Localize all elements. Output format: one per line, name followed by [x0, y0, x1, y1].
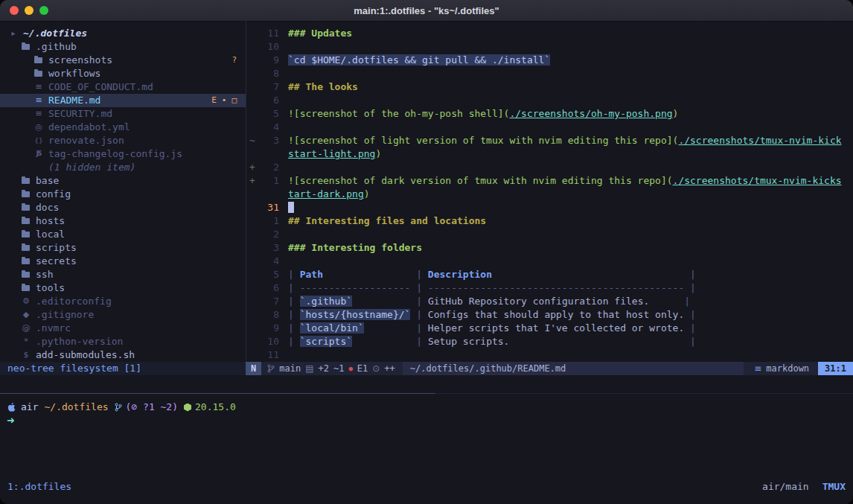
statusline-errors: E1	[357, 362, 368, 375]
statusline-flags: ++	[384, 362, 394, 375]
editor-line[interactable]: 8| `hosts/{hostname}/` | Configs that sh…	[246, 308, 853, 322]
editor-line[interactable]: 5![screenshot of the oh-my-posh shell](.…	[246, 107, 853, 121]
line-text: tart-dark.png)	[288, 188, 370, 201]
editor-line[interactable]: 6| ------------------- | ---------------…	[246, 281, 853, 295]
tree-item[interactable]: workflows	[0, 67, 246, 80]
tree-item[interactable]: docs	[0, 201, 246, 214]
editor-line[interactable]: 9| `local/bin` | Helper scripts that I'v…	[246, 322, 853, 335]
tree-item[interactable]: ◎dependabot.yml	[0, 121, 246, 134]
editor-line[interactable]: 11	[246, 348, 853, 362]
editor-line[interactable]: 4	[246, 121, 853, 134]
line-number: 11	[259, 27, 279, 40]
gutter-sign	[246, 308, 259, 322]
tree-item-label: hosts	[36, 214, 65, 228]
tree-item-label: screenshots	[48, 54, 112, 67]
editor-line[interactable]: 9`cd $HOME/.dotfiles && git pull && ./in…	[246, 54, 853, 67]
tmux-session-label: air/main	[762, 480, 809, 494]
editor-line[interactable]: +2	[246, 161, 853, 174]
tree-item[interactable]: screenshots?	[0, 54, 246, 67]
editor-line[interactable]: 3### Interesting folders	[246, 241, 853, 255]
tree-item[interactable]: tools	[0, 281, 246, 295]
tree-item[interactable]: base	[0, 174, 246, 188]
tree-item[interactable]: ▸~/.dotfiles	[0, 27, 246, 40]
tree-item[interactable]: ≡SECURITY.md	[0, 107, 246, 121]
folder-icon	[22, 232, 30, 237]
tree-item[interactable]: $add-submodules.sh	[0, 348, 246, 362]
line-number: 2	[259, 228, 279, 241]
tree-item[interactable]: config	[0, 188, 246, 201]
neotree-pane[interactable]: ▸~/.dotfiles.githubscreenshots?workflows…	[0, 21, 246, 375]
tree-item[interactable]: *.python-version	[0, 335, 246, 348]
tree-item[interactable]: (1 hidden item)	[0, 161, 246, 174]
tree-item-label: (1 hidden item)	[48, 161, 135, 174]
tmux-status-bar: 1:.dotfiles air/main TMUX	[0, 479, 853, 494]
folder-icon	[22, 285, 30, 291]
status-badge: E	[211, 94, 217, 107]
line-text: start-light.png)	[288, 147, 381, 161]
gear-icon: ⚙	[22, 295, 31, 308]
gutter-sign	[246, 121, 259, 134]
git-branch-icon	[115, 403, 122, 412]
folder-icon	[22, 178, 30, 184]
tmux-window-label[interactable]: 1:.dotfiles	[7, 480, 71, 494]
zoom-button[interactable]	[39, 6, 48, 15]
editor-line[interactable]: +1![screenshot of dark version of tmux w…	[246, 174, 853, 188]
editor-line[interactable]: ~3![screenshot of light version of tmux …	[246, 134, 853, 147]
tree-item-label: base	[36, 174, 59, 188]
folder-mini-icon: ▤	[305, 362, 313, 375]
editor-line[interactable]: 5| Path | Description |	[246, 268, 853, 281]
tree-item[interactable]: ⚙.editorconfig	[0, 295, 246, 308]
editor-line[interactable]: 2	[246, 228, 853, 241]
tree-item[interactable]: {}renovate.json	[0, 134, 246, 147]
line-number: 1	[259, 174, 279, 188]
editor-line[interactable]: 6	[246, 94, 853, 107]
gutter-sign	[246, 241, 259, 255]
tree-item[interactable]: ≡README.mdE•□	[0, 94, 246, 107]
shell-input-line[interactable]: ➜	[7, 414, 846, 427]
editor-line[interactable]: 4	[246, 255, 853, 268]
minimize-button[interactable]	[25, 6, 33, 15]
line-number: 8	[259, 308, 279, 322]
statusline-filetype-segment: ≡ markdown	[754, 362, 809, 375]
tree-item[interactable]: local	[0, 228, 246, 241]
line-text: ### Updates	[288, 27, 352, 40]
tree-item[interactable]: ◆.gitignore	[0, 308, 246, 322]
editor-line[interactable]: 31	[246, 201, 853, 214]
prompt-host: air	[21, 401, 38, 414]
line-number: 11	[259, 348, 279, 362]
md-icon: ≡	[34, 94, 43, 107]
editor-line[interactable]: tart-dark.png)	[246, 188, 853, 201]
tree-item[interactable]: hosts	[0, 214, 246, 228]
editor-line[interactable]: start-light.png)	[246, 147, 853, 161]
error-icon: ●	[348, 362, 352, 375]
gutter-sign	[246, 322, 259, 335]
line-number	[259, 147, 279, 161]
tree-item[interactable]: @.nvmrc	[0, 322, 246, 335]
line-number: 3	[259, 134, 279, 147]
prompt-path: ~/.dotfiles	[44, 401, 108, 414]
tree-item[interactable]: .github	[0, 40, 246, 54]
tree-item[interactable]: scripts	[0, 241, 246, 255]
tree-item[interactable]: secrets	[0, 255, 246, 268]
shell-pane[interactable]: air ~/.dotfiles (⊘ ?1 ~2) 20.15.0 ➜	[7, 401, 846, 427]
nodejs-icon	[184, 403, 191, 412]
titlebar[interactable]: main:1:.dotfiles - "ks~/.dotfiles"	[0, 0, 853, 22]
editor-line[interactable]: 7| `.github` | GitHub Repository configu…	[246, 295, 853, 308]
editor-line[interactable]: 10	[246, 40, 853, 54]
line-number: 9	[259, 54, 279, 67]
gutter-sign	[246, 94, 259, 107]
line-text: | ------------------- | ----------------…	[288, 281, 696, 295]
editor-line[interactable]: 1## Interesting files and locations	[246, 214, 853, 228]
tree-item[interactable]: JStag-changelog-config.js	[0, 147, 246, 161]
gutter-sign	[246, 107, 259, 121]
tree-item[interactable]: ≡CODE_OF_CONDUCT.md	[0, 80, 246, 94]
editor-pane[interactable]: 11### Updates109`cd $HOME/.dotfiles && g…	[246, 21, 853, 362]
tree-item[interactable]: ssh	[0, 268, 246, 281]
close-button[interactable]	[10, 6, 19, 15]
tree-item-label: SECURITY.md	[48, 107, 112, 121]
tree-item-label: add-submodules.sh	[36, 348, 135, 362]
editor-line[interactable]: 11### Updates	[246, 27, 853, 40]
editor-line[interactable]: 8	[246, 67, 853, 80]
editor-line[interactable]: 7## The looks	[246, 80, 853, 94]
editor-line[interactable]: 10| `scripts` | Setup scripts. |	[246, 335, 853, 348]
